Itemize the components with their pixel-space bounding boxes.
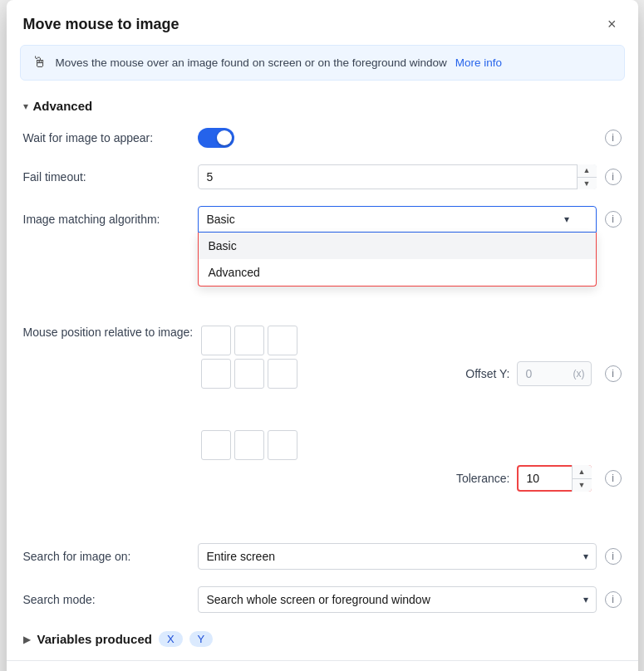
grid-cell-tr[interactable] (268, 326, 297, 355)
wait-for-image-control (198, 128, 597, 148)
search-mode-row: Search mode: Search whole screen or fore… (23, 578, 622, 621)
mouse-position-row: Mouse position relative to image: Offset… (23, 316, 622, 535)
info-banner-text: Moves the mouse over an image found on s… (56, 56, 447, 69)
dialog-footer: On error Save Cancel (7, 660, 638, 671)
search-for-image-row: Search for image on: Entire screen ▾ i (23, 535, 622, 578)
variable-badge-y: Y (189, 631, 214, 647)
dialog-body: ▾ Advanced Wait for image to appear: i F… (7, 91, 638, 657)
fail-timeout-info-icon[interactable]: i (605, 169, 622, 185)
fail-timeout-control: ▲ ▼ (198, 164, 597, 189)
grid-cell-ml[interactable] (201, 359, 231, 389)
close-button[interactable]: × (602, 13, 622, 35)
algorithm-chevron-icon: ▾ (564, 213, 569, 225)
grid-tolerance-row: Tolerance: ▲ ▼ i (201, 430, 621, 527)
tolerance-label: Tolerance: (456, 472, 510, 485)
offset-y-label: Offset Y: (465, 367, 509, 380)
variables-row: ▶ Variables produced X Y (23, 621, 622, 657)
grid-offset-row: Offset Y: (x) i (201, 326, 621, 422)
grid-cell-mc[interactable] (234, 359, 264, 389)
toggle-thumb (217, 130, 232, 145)
mouse-position-label: Mouse position relative to image: (23, 326, 194, 339)
search-mode-label: Search mode: (23, 593, 189, 606)
tolerance-spinners: ▲ ▼ (572, 465, 592, 492)
wait-for-image-info-icon[interactable]: i (605, 130, 622, 146)
search-mode-control: Search whole screen or foreground window… (198, 586, 597, 613)
more-info-link[interactable]: More info (455, 56, 502, 69)
grid-cell-tc[interactable] (234, 326, 264, 355)
algorithm-dropdown-wrap: Basic ▾ Basic Advanced (198, 206, 597, 233)
tolerance-fields: Tolerance: ▲ ▼ (311, 465, 591, 492)
tolerance-input-wrap: ▲ ▼ (517, 465, 592, 492)
search-mode-select-wrap: Search whole screen or foreground window… (198, 586, 597, 613)
offset-y-info-icon[interactable]: i (605, 365, 622, 382)
info-banner: 🖱 Moves the mouse over an image found on… (20, 45, 625, 81)
variables-chevron-icon[interactable]: ▶ (23, 634, 31, 645)
grid-cell-mr[interactable] (268, 359, 297, 389)
tolerance-spin-up[interactable]: ▲ (572, 465, 592, 479)
algorithm-option-advanced[interactable]: Advanced (199, 259, 596, 286)
advanced-section-label: Advanced (33, 99, 93, 113)
algorithm-label: Image matching algorithm: (23, 213, 189, 226)
variable-badge-x: X (159, 631, 183, 647)
wait-for-image-label: Wait for image to appear: (23, 131, 189, 144)
fail-timeout-spin-down[interactable]: ▼ (577, 178, 597, 190)
grid-cell-tl[interactable] (201, 326, 231, 355)
position-grid (201, 326, 297, 422)
image-matching-algorithm-row: Image matching algorithm: Basic ▾ Basic … (23, 198, 622, 241)
grid-cell-br[interactable] (268, 430, 297, 460)
dialog-header: Move mouse to image × (7, 0, 638, 45)
fail-timeout-spinners: ▲ ▼ (577, 164, 597, 189)
mouse-position-control: Offset Y: (x) i (201, 326, 621, 527)
algorithm-dropdown-trigger[interactable]: Basic ▾ (198, 206, 597, 233)
fail-timeout-spin-up[interactable]: ▲ (577, 164, 597, 178)
fail-timeout-input[interactable] (198, 164, 597, 189)
algorithm-selected-value: Basic (207, 213, 235, 226)
mouse-icon: 🖱 (32, 54, 47, 71)
grid-cell-bc[interactable] (234, 430, 264, 460)
wait-for-image-toggle[interactable] (198, 128, 234, 148)
algorithm-control: Basic ▾ Basic Advanced (198, 206, 597, 233)
search-for-image-control: Entire screen ▾ (198, 543, 597, 570)
dialog-title: Move mouse to image (23, 16, 179, 33)
tolerance-info-icon[interactable]: i (605, 470, 622, 487)
move-mouse-dialog: Move mouse to image × 🖱 Moves the mouse … (7, 0, 638, 671)
fail-timeout-input-wrap: ▲ ▼ (198, 164, 597, 189)
tolerance-spin-down[interactable]: ▼ (572, 479, 592, 492)
variables-label: Variables produced (37, 632, 152, 646)
fail-timeout-label: Fail timeout: (23, 170, 189, 184)
advanced-chevron-icon: ▾ (23, 100, 28, 112)
wait-for-image-row: Wait for image to appear: i (23, 120, 622, 156)
offset-x-suffix: (x) (573, 368, 585, 380)
algorithm-dropdown-list: Basic Advanced (198, 233, 597, 287)
algorithm-info-icon[interactable]: i (605, 211, 622, 228)
grid-cell-bl[interactable] (201, 430, 231, 460)
search-mode-select[interactable]: Search whole screen or foreground window (198, 586, 597, 613)
search-for-image-info-icon[interactable]: i (605, 548, 622, 565)
search-for-image-select-wrap: Entire screen ▾ (198, 543, 597, 570)
position-grid-bottom (201, 430, 297, 527)
search-for-image-select[interactable]: Entire screen (198, 543, 597, 570)
search-mode-info-icon[interactable]: i (605, 591, 622, 608)
algorithm-option-basic[interactable]: Basic (199, 233, 596, 259)
advanced-section-header[interactable]: ▾ Advanced (23, 91, 622, 120)
offset-y-fields: Offset Y: (x) (311, 361, 591, 386)
offset-y-input-wrap: (x) (517, 361, 592, 386)
fail-timeout-row: Fail timeout: ▲ ▼ i (23, 156, 622, 198)
search-for-image-label: Search for image on: (23, 550, 189, 563)
